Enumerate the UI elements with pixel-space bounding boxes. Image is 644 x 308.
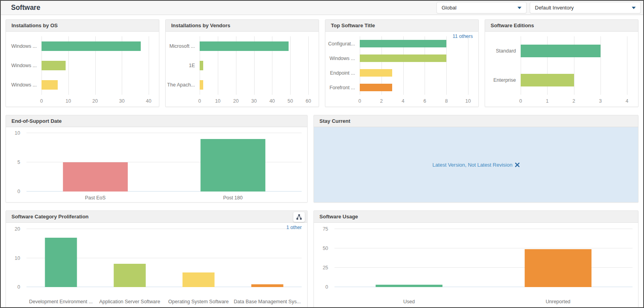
bar[interactable]: [360, 84, 392, 91]
category-label: Forefront ...: [325, 85, 360, 90]
axis-tick-label: 8: [445, 98, 448, 104]
category-label: Windows ...: [6, 43, 42, 49]
page-title: Software: [11, 4, 433, 12]
axis-tick-label: 75: [323, 226, 328, 232]
row-middle: End-of-Support Date 0510Past EoSPost 180…: [6, 115, 638, 203]
bar[interactable]: [200, 61, 203, 70]
others-link[interactable]: 11 others: [453, 34, 473, 39]
stay-current-filter-area: Latest Version, Not Latest Revision: [314, 127, 638, 202]
axis-tick-label: 20: [233, 98, 239, 104]
category-label: Configurat...: [325, 41, 360, 47]
gridline: [26, 229, 302, 229]
bar[interactable]: [42, 80, 58, 90]
panel-title: Stay Current: [314, 115, 638, 127]
panel-title: Top Software Title: [325, 20, 478, 32]
axis-tick-label: 25: [323, 265, 328, 270]
bar[interactable]: [200, 139, 265, 192]
panel-title: Software Usage: [314, 211, 638, 223]
axis-tick-label: 2: [572, 98, 575, 104]
inventory-dropdown[interactable]: Default Inventory: [530, 2, 641, 13]
chevron-down-icon: [517, 7, 521, 9]
bar-row: Standard: [485, 36, 627, 66]
panel-top-software-title: Top Software Title Configurat...Windows …: [325, 19, 479, 107]
axis-tick-label: 0: [17, 189, 20, 194]
category-label: Windows ...: [6, 82, 42, 88]
axis-tick-label: 10: [15, 255, 20, 261]
software-dashboard-page: Software Global Default Inventory Instal…: [0, 0, 644, 308]
category-label: Enterprise: [485, 77, 521, 83]
dashboard-content: Installations by OS Windows ...Windows .…: [1, 15, 643, 308]
bar[interactable]: [525, 249, 592, 287]
category-label: Application Server Software: [99, 299, 160, 304]
category-label: Unreported: [546, 299, 570, 304]
axis-tick-label: 0: [198, 98, 201, 104]
bar[interactable]: [200, 80, 203, 90]
bar[interactable]: [114, 264, 146, 287]
bar[interactable]: [183, 272, 215, 287]
category-label: Used: [403, 299, 415, 304]
bar[interactable]: [360, 54, 446, 62]
axis-tick-label: 0: [17, 284, 20, 290]
axis-tick-label: 2: [380, 98, 383, 104]
gridline: [26, 133, 302, 133]
bar[interactable]: [521, 74, 574, 86]
panel-software-usage: Software Usage 0255075UsedUnreported: [314, 210, 638, 308]
bar[interactable]: [42, 41, 141, 51]
panel-end-of-support-date: End-of-Support Date 0510Past EoSPost 180: [6, 115, 308, 203]
axis-tick-label: 40: [146, 98, 151, 104]
category-label: Endpoint ...: [325, 70, 360, 76]
bar[interactable]: [360, 69, 392, 77]
category-label: Operating System Software: [168, 299, 229, 304]
remove-filter-icon[interactable]: [515, 163, 519, 167]
scope-dropdown[interactable]: Global: [436, 2, 527, 13]
panel-stay-current: Stay Current Latest Version, Not Latest …: [314, 115, 638, 203]
panel-title: End-of-Support Date: [6, 115, 307, 127]
category-label: 1E: [166, 63, 200, 68]
stay-current-body: Latest Version, Not Latest Revision: [314, 127, 638, 202]
axis-tick-label: 50: [287, 98, 293, 104]
panel-installations-by-vendors: Installations by Vendors Microsoft ...1E…: [165, 19, 319, 107]
stay-current-filter-link[interactable]: Latest Version, Not Latest Revision: [432, 162, 519, 168]
panel-title: Software Editions: [485, 20, 638, 32]
axis-tick-label: 40: [269, 98, 275, 104]
software-editions-chart: StandardEnterprise01234: [485, 32, 638, 107]
bar[interactable]: [521, 45, 601, 57]
axis-tick-label: 6: [423, 98, 426, 104]
axis-tick-label: 10: [15, 130, 20, 136]
axis-tick-label: 50: [323, 246, 328, 251]
end-of-support-date-chart: 0510Past EoSPost 180: [6, 127, 307, 202]
installations-by-vendors-chart: Microsoft ...1EThe Apach...0102030405060: [166, 32, 319, 107]
others-link[interactable]: 1 other: [286, 225, 302, 230]
bar[interactable]: [251, 284, 283, 287]
sitemap-icon-button[interactable]: [293, 212, 305, 222]
axis-tick-label: 10: [66, 98, 71, 104]
bar[interactable]: [42, 61, 66, 70]
category-label: Windows ...: [6, 63, 42, 68]
installations-by-os-chart: Windows ...Windows ...Windows ...0102030…: [6, 32, 159, 107]
axis-tick-label: 0: [325, 284, 328, 290]
bar[interactable]: [200, 41, 289, 51]
bar[interactable]: [360, 40, 446, 47]
top-bar: Software Global Default Inventory: [1, 1, 643, 15]
bar[interactable]: [376, 285, 443, 287]
axis-tick-label: 20: [93, 98, 98, 104]
category-label: Windows ...: [325, 56, 360, 61]
category-label: Data Base Management Sys...: [234, 299, 301, 304]
bar[interactable]: [45, 238, 77, 287]
bar[interactable]: [63, 162, 128, 192]
axis-tick-label: 1: [546, 98, 549, 104]
bar-row: Windows ...: [6, 36, 149, 56]
axis-tick-label: 30: [119, 98, 125, 104]
axis-tick-label: 20: [15, 226, 20, 232]
panel-software-category-proliferation: Software Category Proliferation 01020Dev…: [6, 210, 308, 308]
top-software-title-chart: Configurat...Windows ...Endpoint ...Fore…: [325, 32, 478, 107]
gridline: [334, 229, 633, 229]
axis-tick-label: 10: [465, 98, 471, 104]
category-label: Development Environment ...: [29, 299, 93, 304]
axis-tick-label: 0: [519, 98, 522, 104]
axis-tick-label: 10: [215, 98, 221, 104]
category-label: Microsoft ...: [166, 43, 200, 49]
axis-tick-label: 30: [251, 98, 257, 104]
category-label: Standard: [485, 48, 521, 54]
axis-tick-label: 0: [40, 98, 43, 104]
